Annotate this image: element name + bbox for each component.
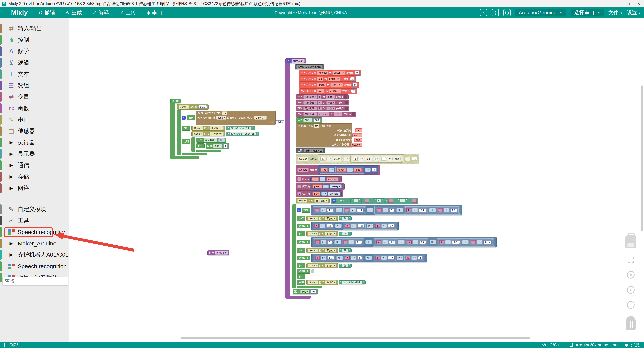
keyword-label[interactable]: 如果 bbox=[302, 208, 310, 213]
block[interactable]: 初始化 bbox=[170, 99, 181, 103]
dropdown-field[interactable]: Serial▾ bbox=[193, 126, 203, 130]
dropdown-field[interactable]: >▾ bbox=[320, 208, 326, 212]
dropdown-field[interactable]: <▾ bbox=[320, 224, 325, 228]
variable-chip[interactable]: red bbox=[355, 128, 362, 132]
variable-chip[interactable]: g bbox=[377, 208, 382, 212]
printcolor-call-block[interactable]: 执行printColor bbox=[208, 250, 230, 255]
block[interactable]: Serial▾打印自动换行▾ bbox=[191, 126, 225, 131]
variable-chip[interactable]: b bbox=[406, 256, 410, 260]
dropdown-field[interactable]: <▾ bbox=[412, 240, 418, 244]
and-operator[interactable]: 且▾ bbox=[397, 256, 403, 260]
dropdown-field[interactable]: >▾ bbox=[321, 240, 326, 244]
number-field[interactable]: 0 bbox=[354, 71, 360, 75]
dropdown-field[interactable]: >▾ bbox=[445, 240, 451, 244]
expression-group[interactable]: g>▾1.1且▾g<▾1.4且▾b>▾0.35且▾b<▾0.75 bbox=[373, 238, 495, 247]
expression-group[interactable]: g<▾1.2且▾b>▾1 bbox=[373, 254, 425, 262]
dropdown-field[interactable]: ×▾ bbox=[358, 157, 364, 161]
sidebar-item-variable[interactable]: ⇌变量 bbox=[0, 91, 69, 103]
block[interactable]: 延时毫秒▾1 bbox=[206, 143, 230, 149]
dropdown-field[interactable]: >▾ bbox=[412, 208, 418, 212]
dropdown-field[interactable]: <▾ bbox=[381, 224, 387, 228]
field[interactable]: 折叠块请在此描述功能 bbox=[296, 65, 322, 69]
dropdown-field[interactable]: >▾ bbox=[351, 224, 356, 228]
dropdown-field[interactable]: <▾ bbox=[348, 240, 354, 244]
block[interactable]: 声明 局部变量blue为uint16_t▾并赋值0 bbox=[299, 88, 358, 94]
sidebar-item-network[interactable]: ▶网络 bbox=[0, 182, 69, 194]
comparison-block[interactable]: b>▾1 bbox=[404, 255, 424, 261]
keyword-label[interactable]: 执行 bbox=[297, 274, 306, 279]
keyword-label[interactable]: 否则如果 bbox=[297, 256, 310, 261]
expression-group[interactable]: 3×▾red bbox=[352, 156, 372, 162]
port-select[interactable]: 选择串口▼ bbox=[570, 9, 604, 16]
control-block[interactable]: ✳如果⊛初始化TCS34725tcs设备唤醒时延时50ms▾读取数据光敏感度设为… bbox=[177, 110, 276, 155]
block[interactable]: green÷▾average bbox=[311, 184, 343, 189]
sidebar-item-storage[interactable]: ▶存储 bbox=[0, 171, 69, 182]
sidebar-item-array[interactable]: ☰数组 bbox=[0, 80, 69, 91]
block-workspace-canvas[interactable]: + − 初始化Serial▾波特率9600✳如果⊛初始化TCS34725tcs设… bbox=[69, 18, 644, 342]
comparison-block[interactable]: r>▾1.2 bbox=[314, 207, 335, 213]
number-field[interactable]: 0 bbox=[350, 77, 355, 81]
field[interactable]: green bbox=[317, 83, 326, 87]
field[interactable]: red bbox=[365, 157, 371, 161]
number-field[interactable]: 0.75 bbox=[483, 240, 492, 244]
comparison-block[interactable]: b<▾0.75 bbox=[470, 239, 493, 245]
sidebar-item-speech-recognition-2[interactable]: Speech recognition bbox=[0, 261, 69, 272]
string-block[interactable]: “r” bbox=[350, 198, 362, 203]
dropdown-field[interactable]: ÷▾ bbox=[405, 157, 410, 161]
dropdown-field[interactable]: Serial▾ bbox=[308, 249, 318, 252]
undo-button[interactable]: ↺撤销 bbox=[38, 9, 55, 16]
dropdown-field[interactable]: 自动换行▾ bbox=[210, 126, 224, 130]
number-field[interactable]: 0.35 bbox=[452, 240, 460, 244]
dropdown-field[interactable]: 局部变量▾ bbox=[304, 107, 317, 110]
comparison-block[interactable]: r<▾1.9 bbox=[344, 207, 365, 213]
expression-group[interactable]: 3×▾red+▾2×▾blue bbox=[350, 155, 403, 163]
field[interactable]: green bbox=[333, 157, 342, 161]
dropdown-field[interactable]: ÷▾ bbox=[322, 192, 327, 196]
comparison-block[interactable]: r>▾0.7 bbox=[314, 255, 336, 261]
dropdown-field[interactable]: ÷▾ bbox=[320, 177, 325, 181]
horizontal-scrollbar[interactable] bbox=[181, 337, 530, 339]
block[interactable]: r>▾1且▾r<▾1.5且▾g>▾1.1且▾g<▾1.4且▾b>▾0.35且▾b… bbox=[312, 237, 496, 247]
variable-chip[interactable]: red bbox=[321, 168, 328, 172]
close-button[interactable]: ✕ bbox=[634, 1, 644, 6]
number-field[interactable]: 1.5 bbox=[355, 240, 362, 244]
number-field[interactable]: 0x29 bbox=[276, 120, 284, 124]
block[interactable]: average赋值为5×▾green+▾3×▾red+▾2×▾blue÷▾10 bbox=[296, 154, 420, 164]
sidebar-item-serial[interactable]: ∿串口 bbox=[0, 114, 69, 125]
sidebar-item-control[interactable]: ⋔控制 bbox=[0, 34, 69, 46]
number-field[interactable]: 1 bbox=[223, 144, 228, 148]
sidebar-item-sensor[interactable]: ▤传感器 bbox=[0, 125, 69, 137]
block[interactable]: ⊛TCS34725tcs获取(整数)R值保存到变量redG值保存到变量green… bbox=[296, 123, 352, 147]
comparison-block[interactable]: r<▾1.5 bbox=[342, 239, 363, 245]
settings-menu[interactable]: 设置∨ bbox=[627, 9, 641, 16]
field[interactable]: b bbox=[318, 107, 322, 110]
dropdown-field[interactable]: 不换行▾ bbox=[325, 264, 336, 267]
block[interactable]: Serial▾打印自动换行▾ bbox=[296, 198, 330, 203]
dropdown-field[interactable]: 小数▾ bbox=[326, 95, 335, 99]
string-block[interactable]: “g” bbox=[373, 198, 385, 203]
sidebar-item-qihu-robot[interactable]: ▶齐护机器人A01/C01 bbox=[0, 249, 69, 261]
number-field[interactable]: 1 bbox=[357, 256, 362, 260]
dropdown-field[interactable]: <▾ bbox=[381, 256, 387, 260]
variable-chip[interactable]: r bbox=[365, 199, 370, 203]
block[interactable]: Serial▾打印不换行▾ bbox=[306, 231, 338, 236]
block[interactable]: 延时毫秒▾10 bbox=[293, 289, 318, 294]
variable-chip[interactable]: r bbox=[315, 240, 320, 244]
keyword-label[interactable]: 否则如果 bbox=[297, 269, 310, 274]
backpack-icon[interactable] bbox=[625, 235, 636, 248]
number-field[interactable]: 0 bbox=[352, 83, 358, 87]
comparison-block[interactable]: g>▾1.3 bbox=[344, 223, 366, 229]
string-block[interactable]: “b” bbox=[397, 198, 408, 203]
field[interactable]: average bbox=[318, 112, 329, 116]
dropdown-field[interactable]: <▾ bbox=[477, 240, 482, 244]
collapse-panel-icon[interactable]: ❮ bbox=[492, 9, 499, 16]
block[interactable]: Serial▾波特率9600 bbox=[177, 104, 209, 110]
dropdown-field[interactable]: +▾ bbox=[329, 168, 334, 172]
empty-socket[interactable] bbox=[345, 101, 348, 104]
string-block[interactable]: “搜索到TCS34725” bbox=[226, 126, 255, 130]
variable-chip[interactable]: b bbox=[375, 224, 380, 228]
dropdown-field[interactable]: Serial▾ bbox=[308, 232, 318, 235]
expression-group[interactable]: b>▾0.45且▾b<▾0.9 bbox=[404, 206, 460, 214]
dropdown-field[interactable]: 不换行▾ bbox=[325, 217, 336, 220]
control-block[interactable]: 重复满足条件▾真▾执行延时毫秒▾1 bbox=[191, 137, 230, 152]
